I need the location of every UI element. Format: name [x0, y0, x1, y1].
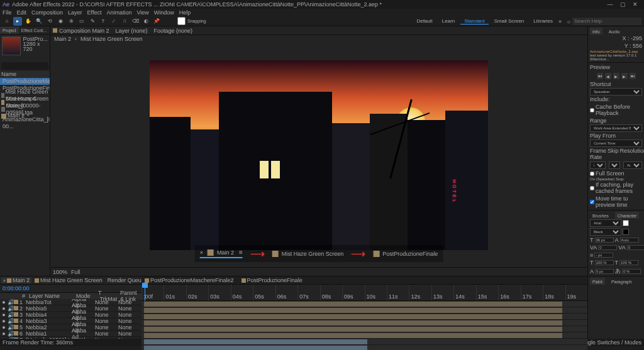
breadcrumb-item[interactable]: Mist Haze Green Screen [80, 36, 143, 42]
comp-nav-tab[interactable]: Mist Haze Green Screen [272, 251, 344, 257]
timeline-tab[interactable]: Render Queue [106, 277, 142, 283]
menu-window[interactable]: Window [154, 9, 174, 16]
audio-icon[interactable]: 🔊 [8, 299, 13, 305]
tab-character[interactable]: Character [615, 212, 640, 219]
timeline-layer[interactable]: ●🔊7[Main_[...00599].tga]OverlayNoneNone [0, 337, 142, 339]
tab-layer[interactable]: Layer (none) [116, 28, 148, 34]
close-icon[interactable]: × [200, 249, 203, 256]
project-item[interactable]: PostProduzioneMaschereFin... [0, 78, 50, 85]
stroke-color-swatch[interactable] [623, 229, 629, 235]
close-icon[interactable]: × [3, 278, 6, 283]
project-item[interactable]: Main_[00000-00599].tga [0, 106, 50, 112]
maximize-button[interactable]: ▢ [616, 1, 629, 8]
hscale-input[interactable] [619, 260, 638, 265]
comp-nav-tab[interactable]: PostProduzioneFinale [373, 251, 438, 257]
clip[interactable] [144, 314, 562, 319]
audio-icon[interactable]: 🔊 [8, 324, 13, 331]
timeline-tab[interactable]: Mist Haze Green Screen [33, 277, 104, 283]
clip[interactable] [144, 346, 367, 350]
search-help-input[interactable] [572, 18, 641, 25]
timeline-layer[interactable]: ●🔊1NebbiaTotAlpha Ad...NoneNone [0, 299, 142, 305]
font-style-dropdown[interactable]: Black [590, 228, 621, 236]
tab-effect-controls[interactable]: Effect Cont... [19, 26, 49, 34]
cache-checkbox[interactable] [590, 108, 594, 112]
zoom-dropdown[interactable]: 100% [53, 269, 67, 275]
timeline-tracks[interactable]: PostProduzioneMaschereFinale2 PostProduz… [142, 276, 587, 339]
track-row[interactable] [142, 339, 587, 345]
track-row[interactable] [142, 314, 587, 320]
timeline-tab[interactable]: PostProduzioneFinale [240, 277, 304, 283]
clip[interactable] [144, 320, 562, 325]
skip-dropdown[interactable]: 0 [609, 161, 620, 169]
resolution-dropdown[interactable]: Full [71, 269, 80, 275]
puppet-tool[interactable]: 📌 [152, 17, 161, 26]
project-search-input[interactable] [1, 62, 48, 70]
timeline-tab[interactable]: ×Main 2 [1, 277, 31, 283]
vscale-input[interactable] [595, 260, 614, 265]
visibility-icon[interactable]: ● [1, 337, 6, 339]
anchor-tool[interactable]: ⊕ [67, 17, 75, 26]
track-row[interactable] [142, 332, 587, 339]
brush-tool[interactable]: ⁄ [109, 17, 118, 26]
hand-tool[interactable]: ✋ [24, 17, 33, 26]
timeline-layer[interactable]: ●🔊6Nebbia1Alpha Ad...NoneNone [0, 331, 142, 337]
layer-color[interactable] [14, 331, 18, 336]
tab-brushes[interactable]: Brushes [590, 212, 611, 219]
timeline-layer[interactable]: ●🔊4Nebbia3Alpha Ad...NoneNone [0, 318, 142, 324]
tab-composition[interactable]: Composition Main 2 [53, 28, 109, 34]
comp-nav-tab[interactable]: × Main 2 ≡ [200, 249, 243, 258]
track-row[interactable] [142, 320, 587, 326]
selection-tool[interactable]: ▸ [13, 17, 22, 26]
menu-composition[interactable]: Composition [31, 9, 63, 16]
next-frame-button[interactable]: ▶ [621, 73, 628, 79]
tsume-input[interactable] [622, 269, 641, 274]
timeline-tab[interactable]: PostProduzioneMaschereFinale2 [143, 277, 236, 283]
tab-info[interactable]: Info [590, 28, 602, 35]
menu-layer[interactable]: Layer [68, 9, 82, 16]
stroke-input[interactable] [594, 253, 613, 258]
rect-tool[interactable]: ▭ [77, 17, 86, 26]
clip[interactable] [144, 327, 562, 332]
eraser-tool[interactable]: ⌫ [131, 17, 140, 26]
layer-color[interactable] [14, 306, 18, 310]
menu-file[interactable]: File [3, 9, 12, 16]
tab-preview[interactable]: Preview [590, 64, 642, 72]
time-ruler[interactable]: :00f 01s 02s 03s 04s 05s 06s 07s 08s 09s… [142, 285, 587, 301]
audio-icon[interactable]: 🔊 [8, 312, 13, 318]
fullscreen-checkbox[interactable] [590, 172, 594, 176]
text-tool[interactable]: T [99, 17, 108, 26]
workspace-libraries[interactable]: Libraries [530, 18, 557, 24]
fontsize-input[interactable] [595, 238, 614, 243]
menu-icon[interactable]: ≡ [239, 249, 243, 256]
track-row[interactable] [142, 345, 587, 350]
layer-color[interactable] [14, 337, 18, 339]
fill-color-swatch[interactable] [623, 220, 629, 226]
toggle-switches[interactable]: Toggle Switches / Modes [579, 339, 641, 346]
resolution-dropdown[interactable]: Auto [623, 161, 642, 169]
shortcut-dropdown[interactable]: Spacebar [590, 88, 642, 96]
timeline-layer[interactable]: ●🔊2Nebbia5Alpha Ad...NoneNone [0, 305, 142, 312]
layer-color[interactable] [14, 325, 18, 329]
menu-view[interactable]: View [136, 9, 148, 16]
pen-tool[interactable]: ✎ [88, 17, 97, 26]
breadcrumb-item[interactable]: Main 2 [54, 36, 71, 42]
menu-help[interactable]: Help [179, 9, 191, 16]
stamp-tool[interactable]: ⎍ [120, 17, 129, 26]
leading-input[interactable] [620, 238, 639, 243]
audio-icon[interactable]: 🔊 [8, 331, 13, 337]
playfrom-dropdown[interactable]: Current Time [590, 139, 642, 147]
audio-icon[interactable]: 🔊 [8, 305, 13, 312]
visibility-icon[interactable]: ● [1, 299, 6, 305]
timeline-layer[interactable]: ●🔊5Nebbia2Alpha Ad...NoneNone [0, 324, 142, 331]
tracking-input[interactable] [627, 245, 644, 250]
snapping-checkbox[interactable] [177, 17, 186, 25]
workspace-standard[interactable]: Standard [460, 18, 488, 25]
clip[interactable] [144, 333, 562, 338]
tab-audio[interactable]: Audio [606, 28, 623, 35]
track-row[interactable] [142, 326, 587, 332]
menu-effect[interactable]: Effect [87, 9, 102, 16]
zoom-tool[interactable]: 🔍 [35, 17, 43, 26]
layer-color[interactable] [14, 300, 18, 304]
track-row[interactable] [142, 307, 587, 314]
caching-checkbox[interactable] [590, 186, 594, 190]
